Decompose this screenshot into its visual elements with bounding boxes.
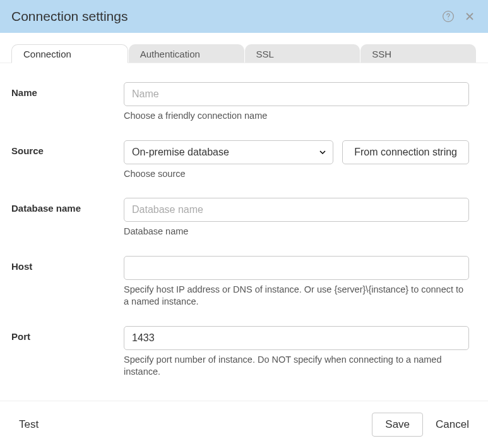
label-name: Name: [11, 82, 124, 98]
tab-label: SSH: [372, 49, 391, 59]
helper-database-name: Database name: [124, 226, 469, 238]
save-button[interactable]: Save: [372, 413, 423, 437]
tab-authentication[interactable]: Authentication: [129, 44, 244, 63]
tab-ssl[interactable]: SSL: [245, 44, 360, 63]
row-name: Name Choose a friendly connection name: [11, 82, 469, 123]
row-source: Source On-premise database From connecti…: [11, 140, 469, 181]
tab-ssh[interactable]: SSH: [360, 44, 476, 63]
svg-point-1: [448, 19, 448, 20]
label-source: Source: [11, 140, 124, 156]
dialog-title: Connection settings: [11, 9, 128, 24]
test-button[interactable]: Test: [19, 418, 39, 431]
header-icons: [441, 9, 477, 23]
tab-label: SSL: [256, 49, 274, 59]
port-input[interactable]: [124, 326, 469, 350]
database-name-input[interactable]: [124, 198, 469, 222]
label-database-name: Database name: [11, 198, 124, 214]
name-input[interactable]: [124, 82, 469, 106]
form-area: Name Choose a friendly connection name S…: [0, 63, 488, 401]
tab-connection[interactable]: Connection: [11, 44, 128, 63]
row-database-name: Database name Database name: [11, 198, 469, 238]
row-host: Host Specify host IP address or DNS of i…: [11, 256, 469, 308]
tab-bar: Connection Authentication SSL SSH: [0, 44, 488, 63]
helper-name: Choose a friendly connection name: [124, 110, 469, 123]
close-icon[interactable]: [463, 9, 477, 23]
source-select[interactable]: On-premise database: [124, 140, 333, 164]
cancel-button[interactable]: Cancel: [436, 418, 469, 431]
helper-source: Choose source: [124, 168, 469, 181]
dialog-header: Connection settings: [0, 0, 488, 33]
label-host: Host: [11, 256, 124, 272]
helper-port: Specify port number of instance. Do NOT …: [124, 354, 469, 378]
host-input[interactable]: [124, 256, 469, 280]
tab-label: Connection: [23, 49, 71, 59]
helper-host: Specify host IP address or DNS of instan…: [124, 284, 469, 308]
row-port: Port Specify port number of instance. Do…: [11, 326, 469, 378]
dialog-footer: Test Save Cancel: [0, 401, 488, 448]
tab-label: Authentication: [140, 49, 200, 59]
label-port: Port: [11, 326, 124, 342]
from-connection-string-button[interactable]: From connection string: [342, 140, 469, 164]
help-icon[interactable]: [441, 9, 455, 23]
